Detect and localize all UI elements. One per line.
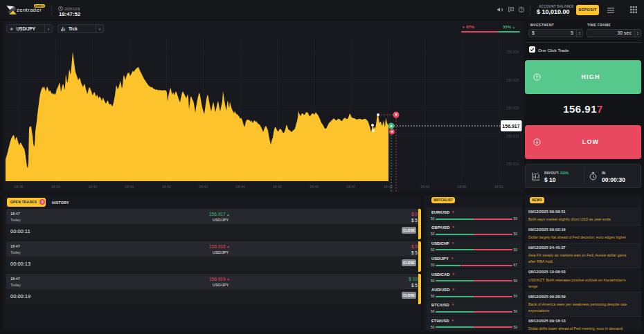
svg-text:18:42: 18:42 — [162, 185, 171, 189]
svg-text:18:39: 18:39 — [51, 185, 60, 189]
svg-text:18:41: 18:41 — [125, 185, 134, 189]
svg-text:18:49: 18:49 — [420, 185, 429, 189]
svg-text:18:46: 18:46 — [310, 185, 319, 189]
svg-text:18:51: 18:51 — [494, 185, 503, 189]
svg-text:18:43: 18:43 — [199, 185, 208, 189]
svg-text:156.930: 156.930 — [506, 50, 519, 54]
svg-text:156.925: 156.925 — [506, 78, 519, 82]
svg-text:156.910: 156.910 — [506, 162, 519, 166]
svg-text:18:45: 18:45 — [273, 185, 282, 189]
svg-text:18:50: 18:50 — [458, 185, 467, 189]
svg-text:18:38: 18:38 — [15, 185, 24, 189]
svg-text:18:40: 18:40 — [88, 185, 97, 189]
svg-text:156.917: 156.917 — [502, 124, 519, 129]
svg-text:18:44: 18:44 — [236, 185, 245, 189]
svg-text:156.920: 156.920 — [506, 106, 519, 110]
svg-text:156.915: 156.915 — [506, 134, 519, 138]
svg-text:18:47: 18:47 — [347, 185, 356, 189]
